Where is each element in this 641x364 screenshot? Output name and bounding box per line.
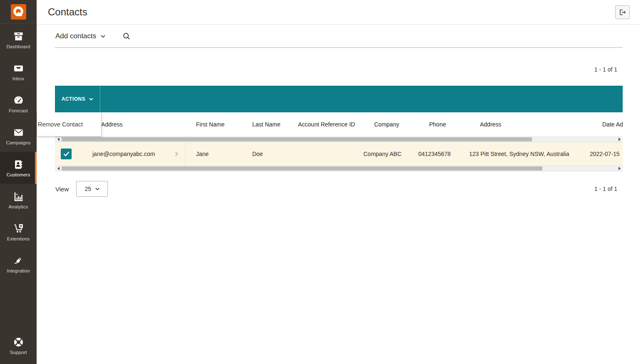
cell-company: Company ABC [363, 151, 418, 157]
cell-date-added: 2022-07-15 [590, 151, 623, 157]
sidebar-item-label: Support [10, 350, 27, 355]
menu-item-remove-contact[interactable]: Remove Contact [37, 121, 83, 128]
chevron-down-icon [101, 35, 105, 38]
header-clip: Email Address First Name Last Name Accou… [55, 112, 623, 136]
checkmark-icon [63, 151, 70, 156]
horizontal-scrollbar-bottom[interactable] [55, 166, 623, 171]
content-area: 1 - 1 of 1 ACTIONS Remove Contact Email … [37, 48, 641, 197]
table-row[interactable]: jane@companyabc.com Jane Doe Company ABC… [55, 142, 623, 166]
email-value: jane@companyabc.com [92, 151, 155, 157]
grid-header-row: Email Address First Name Last Name Accou… [55, 112, 623, 136]
inbox-icon [13, 63, 24, 74]
sidebar-item-label: Forecast [9, 108, 28, 113]
customers-icon [13, 159, 24, 170]
sidebar-item-label: Analytics [9, 204, 28, 209]
forecast-icon [13, 95, 24, 106]
scrollbar-thumb[interactable] [62, 166, 542, 171]
actions-dropdown-button[interactable]: ACTIONS [55, 86, 100, 112]
page-title: Contacts [48, 6, 87, 18]
campaigns-icon [13, 127, 24, 138]
support-icon [13, 337, 24, 348]
integration-icon [13, 255, 24, 266]
cell-address: 123 Pitt Street, Sydney NSW, Australia [469, 151, 590, 157]
q-logo-icon [12, 6, 24, 17]
extentions-icon [13, 223, 24, 234]
horizontal-scrollbar-top[interactable] [55, 136, 623, 142]
grid-actions-bar: ACTIONS [55, 86, 623, 112]
column-header-phone[interactable]: Phone [418, 121, 469, 128]
sidebar-item-extentions[interactable]: Extentions [0, 216, 37, 248]
scroll-left-arrow[interactable] [55, 166, 62, 171]
column-header-last-name[interactable]: Last Name [241, 121, 287, 128]
body-clip: jane@companyabc.com Jane Doe Company ABC… [55, 142, 623, 166]
top-bar: Contacts [37, 0, 641, 25]
chevron-down-icon [95, 188, 99, 191]
analytics-icon [13, 191, 24, 202]
scrollbar-thumb[interactable] [62, 137, 532, 141]
sidebar-item-integration[interactable]: Integration [0, 248, 37, 280]
sidebar-item-inbox[interactable]: Inbox [0, 56, 37, 88]
search-button[interactable] [122, 32, 131, 41]
scroll-left-arrow[interactable] [55, 137, 62, 142]
search-icon [122, 32, 131, 41]
toolbar: Add contacts [37, 25, 641, 48]
logout-button[interactable] [615, 5, 630, 19]
sidebar-item-campaigns[interactable]: Campaigns [0, 120, 37, 152]
add-contacts-button[interactable]: Add contacts [55, 32, 105, 40]
sidebar-item-label: Customers [7, 172, 30, 177]
scroll-right-arrow[interactable] [616, 166, 623, 171]
grid-footer: View 25 1 - 1 of 1 [55, 181, 623, 197]
actions-menu: Remove Contact [37, 112, 102, 136]
add-contacts-label: Add contacts [55, 32, 96, 40]
sidebar-item-support[interactable]: Support [0, 329, 37, 362]
row-checkbox[interactable] [61, 149, 72, 159]
sidebar-item-label: Dashboard [6, 44, 30, 49]
contacts-grid: ACTIONS Remove Contact Email Address Fir… [55, 86, 623, 171]
sidebar-item-label: Integration [7, 268, 30, 273]
scroll-right-arrow[interactable] [616, 137, 623, 142]
logo-block [0, 0, 37, 24]
page-size-value: 25 [84, 186, 91, 192]
dashboard-icon [13, 31, 24, 42]
sidebar-item-analytics[interactable]: Analytics [0, 184, 37, 216]
column-header-address[interactable]: Address [469, 121, 590, 128]
actions-label: ACTIONS [62, 96, 86, 102]
column-header-account-reference-id[interactable]: Account Reference ID [287, 121, 363, 128]
cell-phone: 0412345678 [418, 151, 469, 157]
cell-last-name: Doe [241, 151, 287, 157]
column-header-date-added[interactable]: Date Added [590, 121, 623, 128]
record-count-top: 1 - 1 of 1 [55, 48, 623, 86]
record-count-bottom: 1 - 1 of 1 [594, 186, 623, 192]
cell-email: jane@companyabc.com [75, 142, 185, 166]
chevron-right-icon[interactable] [175, 151, 178, 156]
main-area: Contacts Add contacts 1 - 1 of 1 [37, 0, 641, 364]
sidebar: Dashboard Inbox Forecast Campaigns [0, 0, 37, 364]
sidebar-item-label: Extentions [7, 236, 30, 241]
sidebar-item-dashboard[interactable]: Dashboard [0, 24, 37, 56]
cell-first-name: Jane [185, 151, 241, 157]
chevron-down-icon [89, 98, 93, 101]
row-select-cell [55, 149, 75, 159]
logout-icon [619, 8, 626, 16]
sidebar-item-forecast[interactable]: Forecast [0, 88, 37, 120]
sidebar-item-label: Inbox [12, 76, 25, 81]
app-logo[interactable] [11, 4, 26, 20]
column-header-company[interactable]: Company [363, 121, 418, 128]
sidebar-item-label: Campaigns [6, 140, 30, 145]
column-header-first-name[interactable]: First Name [185, 121, 241, 128]
page-size-select[interactable]: 25 [76, 181, 108, 197]
sidebar-item-customers[interactable]: Customers [0, 152, 37, 184]
view-label: View [55, 186, 69, 193]
